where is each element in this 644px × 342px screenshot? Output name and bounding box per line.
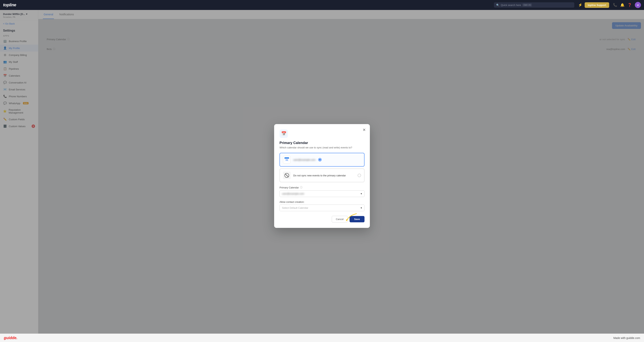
svg-line-6 — [285, 174, 288, 177]
modal-subtitle: Which calendar should we use to sync (re… — [280, 146, 364, 149]
svg-rect-4 — [284, 158, 289, 158]
modal-backdrop: ✕ 📅 Primary Calendar Which calendar shou… — [0, 10, 644, 342]
primary-calendar-form-label: Primary Calendar ⓘ — [280, 186, 364, 189]
allow-contact-group: Allow contact creation: Select Default C… — [280, 200, 364, 211]
allow-contact-placeholder: Select Default Calendar — [282, 206, 308, 209]
modal-title: Primary Calendar — [280, 141, 364, 145]
allow-contact-select[interactable]: Select Default Calendar ▾ — [280, 204, 364, 211]
arrow-annotation — [343, 212, 358, 224]
primary-calendar-group: Primary Calendar ⓘ user@example.com ▾ — [280, 186, 364, 197]
modal-footer: Cancel Save — [280, 216, 364, 222]
avatar[interactable]: U — [635, 2, 641, 8]
primary-calendar-value: user@example.com — [282, 192, 304, 195]
chevron-icon-2: ▾ — [361, 206, 362, 209]
search-placeholder: Quick search here — [501, 4, 521, 6]
allow-contact-label: Allow contact creation: — [280, 200, 364, 203]
lightning-icon[interactable]: ⚡ — [578, 3, 582, 7]
topnav-icons: ⚡ — [578, 3, 582, 7]
modal-calendar-icon: 📅 — [280, 130, 288, 138]
guidde-footer: guidde. Made with guidde.com — [0, 334, 644, 342]
svg-text:31: 31 — [286, 158, 288, 162]
guidde-logo: guidde. — [4, 336, 18, 340]
google-calendar-icon: 31 — [283, 156, 290, 164]
phone-icon[interactable]: 📞 — [613, 3, 617, 7]
search-bar[interactable]: 🔍 Quick search here Ctrl + K — [494, 2, 574, 8]
help-icon[interactable]: ❓ — [628, 3, 632, 7]
no-sync-label: Do not sync new events to the primary ca… — [293, 174, 355, 177]
chevron-icon: ▾ — [361, 192, 362, 195]
modal-close-button[interactable]: ✕ — [362, 127, 367, 132]
search-shortcut: Ctrl + K — [522, 4, 532, 6]
support-button[interactable]: topline Support — [585, 2, 609, 8]
google-calendar-email: user@example.com — [293, 158, 316, 161]
google-calendar-radio[interactable] — [318, 158, 322, 162]
primary-calendar-select[interactable]: user@example.com ▾ — [280, 190, 364, 197]
app-logo: topline — [3, 2, 16, 8]
no-sync-option[interactable]: Do not sync new events to the primary ca… — [280, 168, 364, 182]
no-sync-icon — [283, 172, 290, 179]
bell-icon[interactable]: 🔔 — [620, 3, 624, 7]
no-sync-radio[interactable] — [358, 174, 361, 177]
guidde-text: Made with guidde.com — [613, 336, 640, 340]
primary-calendar-modal: ✕ 📅 Primary Calendar Which calendar shou… — [274, 124, 370, 228]
search-icon: 🔍 — [496, 4, 499, 6]
top-navigation: topline 🔍 Quick search here Ctrl + K ⚡ t… — [0, 0, 644, 10]
form-info-icon: ⓘ — [300, 186, 302, 189]
google-calendar-option[interactable]: 31 user@example.com — [280, 153, 364, 166]
topnav-right-icons: 📞 🔔 ❓ U — [613, 2, 641, 8]
